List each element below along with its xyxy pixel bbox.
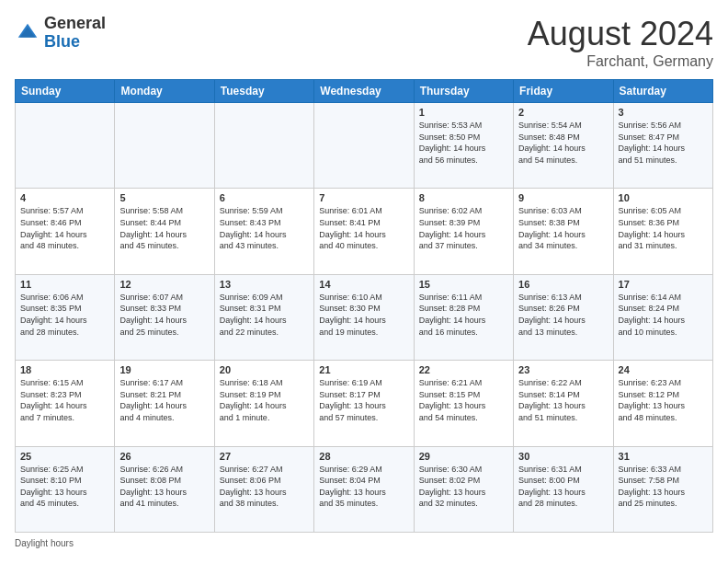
day-info: Sunrise: 6:31 AM Sunset: 8:00 PM Dayligh…	[518, 464, 608, 510]
table-row: 18Sunrise: 6:15 AM Sunset: 8:23 PM Dayli…	[16, 361, 115, 446]
col-wednesday: Wednesday	[314, 80, 414, 103]
day-number: 18	[20, 364, 109, 375]
table-row: 28Sunrise: 6:29 AM Sunset: 8:04 PM Dayli…	[314, 446, 414, 532]
table-row: 9Sunrise: 6:03 AM Sunset: 8:38 PM Daylig…	[514, 189, 613, 274]
day-number: 11	[20, 279, 109, 290]
day-number: 3	[619, 107, 708, 118]
day-info: Sunrise: 5:57 AM Sunset: 8:46 PM Dayligh…	[20, 205, 109, 251]
calendar-week-2: 4Sunrise: 5:57 AM Sunset: 8:46 PM Daylig…	[16, 189, 713, 274]
day-info: Sunrise: 6:03 AM Sunset: 8:38 PM Dayligh…	[518, 205, 608, 251]
logo: General Blue	[15, 15, 106, 52]
day-number: 29	[419, 451, 508, 462]
table-row: 26Sunrise: 6:26 AM Sunset: 8:08 PM Dayli…	[115, 446, 214, 532]
day-info: Sunrise: 6:26 AM Sunset: 8:08 PM Dayligh…	[119, 464, 209, 510]
calendar-table: Sunday Monday Tuesday Wednesday Thursday…	[15, 79, 713, 533]
table-row: 24Sunrise: 6:23 AM Sunset: 8:12 PM Dayli…	[613, 361, 712, 446]
day-info: Sunrise: 6:06 AM Sunset: 8:35 PM Dayligh…	[20, 292, 109, 338]
day-number: 31	[619, 451, 708, 462]
day-info: Sunrise: 6:22 AM Sunset: 8:14 PM Dayligh…	[518, 377, 608, 423]
table-row: 14Sunrise: 6:10 AM Sunset: 8:30 PM Dayli…	[314, 274, 414, 360]
day-info: Sunrise: 6:10 AM Sunset: 8:30 PM Dayligh…	[319, 292, 408, 338]
table-row: 30Sunrise: 6:31 AM Sunset: 8:00 PM Dayli…	[514, 446, 613, 532]
day-number: 21	[319, 364, 408, 375]
day-number: 25	[20, 451, 109, 462]
day-number: 1	[419, 107, 508, 118]
footer: Daylight hours	[15, 538, 713, 548]
day-number: 8	[419, 192, 508, 203]
logo-blue-text: Blue	[44, 32, 80, 51]
day-info: Sunrise: 6:23 AM Sunset: 8:12 PM Dayligh…	[619, 377, 708, 423]
day-number: 17	[619, 279, 708, 290]
day-number: 9	[518, 192, 608, 203]
day-info: Sunrise: 6:17 AM Sunset: 8:21 PM Dayligh…	[119, 377, 209, 423]
day-number: 12	[119, 279, 209, 290]
col-friday: Friday	[514, 80, 613, 103]
table-row: 1Sunrise: 5:53 AM Sunset: 8:50 PM Daylig…	[414, 103, 513, 189]
col-monday: Monday	[115, 80, 214, 103]
logo-general-text: General	[44, 14, 106, 32]
table-row: 5Sunrise: 5:58 AM Sunset: 8:44 PM Daylig…	[115, 189, 214, 274]
day-number: 13	[220, 279, 309, 290]
month-title: August 2024	[528, 15, 713, 53]
table-row: 13Sunrise: 6:09 AM Sunset: 8:31 PM Dayli…	[214, 274, 313, 360]
col-thursday: Thursday	[414, 80, 513, 103]
day-number: 15	[419, 279, 508, 290]
day-info: Sunrise: 6:25 AM Sunset: 8:10 PM Dayligh…	[20, 464, 109, 510]
day-info: Sunrise: 6:13 AM Sunset: 8:26 PM Dayligh…	[518, 292, 608, 338]
day-number: 16	[518, 279, 608, 290]
calendar-header-row: Sunday Monday Tuesday Wednesday Thursday…	[16, 80, 713, 103]
table-row: 23Sunrise: 6:22 AM Sunset: 8:14 PM Dayli…	[514, 361, 613, 446]
day-info: Sunrise: 5:59 AM Sunset: 8:43 PM Dayligh…	[220, 205, 309, 251]
header: General Blue August 2024 Farchant, Germa…	[15, 15, 713, 70]
day-info: Sunrise: 6:05 AM Sunset: 8:36 PM Dayligh…	[619, 205, 708, 251]
day-info: Sunrise: 5:53 AM Sunset: 8:50 PM Dayligh…	[419, 120, 508, 166]
day-info: Sunrise: 6:14 AM Sunset: 8:24 PM Dayligh…	[619, 292, 708, 338]
day-info: Sunrise: 6:02 AM Sunset: 8:39 PM Dayligh…	[419, 205, 508, 251]
daylight-hours-label: Daylight hours	[15, 538, 74, 548]
day-number: 23	[518, 364, 608, 375]
day-info: Sunrise: 6:07 AM Sunset: 8:33 PM Dayligh…	[119, 292, 209, 338]
table-row: 10Sunrise: 6:05 AM Sunset: 8:36 PM Dayli…	[613, 189, 712, 274]
table-row: 31Sunrise: 6:33 AM Sunset: 7:58 PM Dayli…	[613, 446, 712, 532]
table-row: 16Sunrise: 6:13 AM Sunset: 8:26 PM Dayli…	[514, 274, 613, 360]
day-info: Sunrise: 6:29 AM Sunset: 8:04 PM Dayligh…	[319, 464, 408, 510]
title-area: August 2024 Farchant, Germany	[528, 15, 713, 70]
subtitle: Farchant, Germany	[528, 53, 713, 70]
day-info: Sunrise: 6:19 AM Sunset: 8:17 PM Dayligh…	[319, 377, 408, 423]
day-info: Sunrise: 6:27 AM Sunset: 8:06 PM Dayligh…	[220, 464, 309, 510]
day-info: Sunrise: 5:58 AM Sunset: 8:44 PM Dayligh…	[119, 205, 209, 251]
table-row: 22Sunrise: 6:21 AM Sunset: 8:15 PM Dayli…	[414, 361, 513, 446]
day-number: 2	[518, 107, 608, 118]
table-row: 6Sunrise: 5:59 AM Sunset: 8:43 PM Daylig…	[214, 189, 313, 274]
day-info: Sunrise: 5:56 AM Sunset: 8:47 PM Dayligh…	[619, 120, 708, 166]
table-row: 17Sunrise: 6:14 AM Sunset: 8:24 PM Dayli…	[613, 274, 712, 360]
calendar-week-1: 1Sunrise: 5:53 AM Sunset: 8:50 PM Daylig…	[16, 103, 713, 189]
day-number: 27	[220, 451, 309, 462]
day-number: 20	[220, 364, 309, 375]
table-row: 21Sunrise: 6:19 AM Sunset: 8:17 PM Dayli…	[314, 361, 414, 446]
day-number: 30	[518, 451, 608, 462]
table-row: 3Sunrise: 5:56 AM Sunset: 8:47 PM Daylig…	[613, 103, 712, 189]
logo-text: General Blue	[44, 15, 106, 52]
table-row: 25Sunrise: 6:25 AM Sunset: 8:10 PM Dayli…	[16, 446, 115, 532]
col-sunday: Sunday	[16, 80, 115, 103]
day-number: 24	[619, 364, 708, 375]
day-number: 7	[319, 192, 408, 203]
table-row: 7Sunrise: 6:01 AM Sunset: 8:41 PM Daylig…	[314, 189, 414, 274]
table-row: 12Sunrise: 6:07 AM Sunset: 8:33 PM Dayli…	[115, 274, 214, 360]
table-row: 2Sunrise: 5:54 AM Sunset: 8:48 PM Daylig…	[514, 103, 613, 189]
day-number: 28	[319, 451, 408, 462]
day-info: Sunrise: 6:18 AM Sunset: 8:19 PM Dayligh…	[220, 377, 309, 423]
page: General Blue August 2024 Farchant, Germa…	[0, 0, 728, 563]
logo-icon	[15, 20, 40, 46]
day-info: Sunrise: 6:11 AM Sunset: 8:28 PM Dayligh…	[419, 292, 508, 338]
day-number: 10	[619, 192, 708, 203]
calendar-week-4: 18Sunrise: 6:15 AM Sunset: 8:23 PM Dayli…	[16, 361, 713, 446]
table-row: 11Sunrise: 6:06 AM Sunset: 8:35 PM Dayli…	[16, 274, 115, 360]
table-row	[16, 103, 115, 189]
day-info: Sunrise: 6:21 AM Sunset: 8:15 PM Dayligh…	[419, 377, 508, 423]
table-row: 27Sunrise: 6:27 AM Sunset: 8:06 PM Dayli…	[214, 446, 313, 532]
day-info: Sunrise: 6:30 AM Sunset: 8:02 PM Dayligh…	[419, 464, 508, 510]
col-saturday: Saturday	[613, 80, 712, 103]
day-number: 14	[319, 279, 408, 290]
